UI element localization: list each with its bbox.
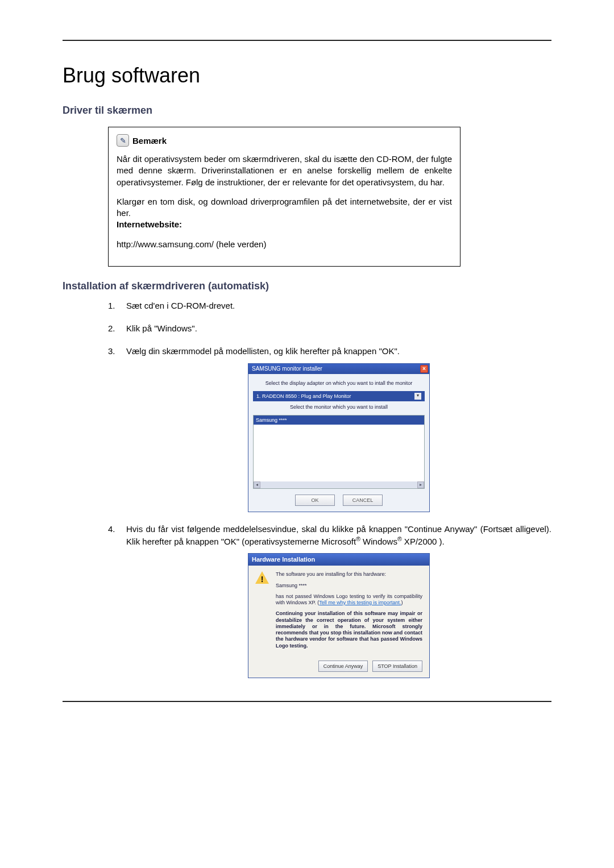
section-heading-install: Installation af skærmdriveren (automatis… bbox=[63, 280, 551, 292]
step-1: Sæt cd'en i CD-ROM-drevet. bbox=[108, 300, 551, 312]
note-paragraph-2: Klargør en tom disk, og download driverp… bbox=[117, 196, 452, 231]
step-2: Klik på "Windows". bbox=[108, 323, 551, 334]
chevron-down-icon[interactable]: ▾ bbox=[414, 393, 421, 400]
top-divider bbox=[63, 40, 551, 41]
monitor-item-selected[interactable]: Samsung **** bbox=[254, 416, 424, 425]
close-icon[interactable]: × bbox=[420, 365, 428, 373]
installer-title: SAMSUNG monitor installer bbox=[252, 365, 322, 373]
bottom-divider bbox=[63, 701, 551, 702]
why-testing-link[interactable]: Tell me why this testing is important. bbox=[319, 600, 401, 605]
installer-line2: Select the monitor which you want to ins… bbox=[253, 404, 425, 410]
hardware-title: Hardware Installation bbox=[248, 554, 429, 566]
ok-button[interactable]: OK bbox=[295, 495, 335, 506]
adapter-selected: 1. RADEON 8550 : Plug and Play Monitor bbox=[256, 393, 351, 400]
horizontal-scrollbar[interactable]: ◂ ▸ bbox=[254, 481, 424, 488]
internet-website-label: Internetwebsite: bbox=[117, 219, 182, 229]
note-url: http://www.samsung.com/ (hele verden) bbox=[117, 239, 452, 250]
install-steps: Sæt cd'en i CD-ROM-drevet. Klik på "Wind… bbox=[63, 300, 551, 678]
stop-installation-button[interactable]: STOP Installation bbox=[372, 661, 422, 672]
page-title: Brug softwaren bbox=[63, 64, 551, 88]
scroll-right-icon[interactable]: ▸ bbox=[417, 481, 424, 488]
hw-line3: has not passed Windows Logo testing to v… bbox=[276, 593, 422, 607]
hw-line2: Samsung **** bbox=[276, 583, 422, 589]
scroll-left-icon[interactable]: ◂ bbox=[254, 481, 260, 488]
hw-warning-text: Continuing your installation of this sof… bbox=[276, 610, 422, 649]
note-icon: ✎ bbox=[117, 134, 129, 147]
cancel-button[interactable]: CANCEL bbox=[343, 495, 383, 506]
hw-line1: The software you are installing for this… bbox=[276, 571, 422, 578]
hardware-install-dialog: Hardware Installation ! The software you… bbox=[248, 553, 430, 678]
note-label: Bemærk bbox=[132, 136, 167, 146]
note-paragraph-1: Når dit operativsystem beder om skærmdri… bbox=[117, 153, 452, 188]
step-3: Vælg din skærmmodel på modellisten, og k… bbox=[108, 346, 551, 512]
warning-icon: ! bbox=[255, 571, 269, 585]
installer-line1: Select the display adapter on which you … bbox=[253, 380, 425, 387]
installer-titlebar: SAMSUNG monitor installer × bbox=[248, 364, 429, 374]
monitor-listbox[interactable]: Samsung **** ◂ ▸ bbox=[253, 415, 425, 489]
installer-dialog: SAMSUNG monitor installer × Select the d… bbox=[248, 363, 430, 512]
note-box: ✎ Bemærk Når dit operativsystem beder om… bbox=[108, 127, 460, 267]
adapter-dropdown[interactable]: 1. RADEON 8550 : Plug and Play Monitor ▾ bbox=[253, 391, 425, 401]
section-heading-driver: Driver til skærmen bbox=[63, 105, 551, 117]
step-4: Hvis du får vist følgende meddelelsesvin… bbox=[108, 524, 551, 678]
continue-anyway-button[interactable]: Continue Anyway bbox=[318, 661, 368, 672]
